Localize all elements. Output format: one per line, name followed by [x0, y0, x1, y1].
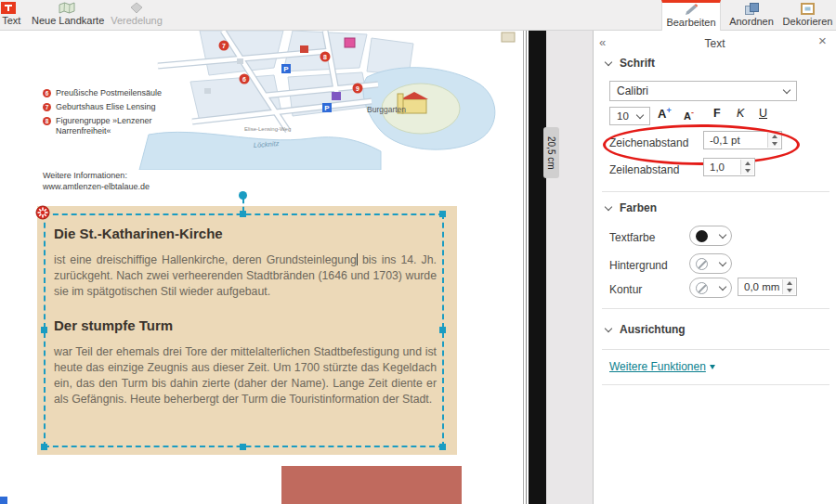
toolbar-item-label: Veredelung	[108, 15, 165, 26]
map-object[interactable]: P P 6 7 8 9 Burggarten Elise-Lensing-Weg…	[135, 31, 523, 170]
arrange-icon	[725, 3, 778, 15]
chevron-down-icon	[783, 85, 790, 93]
divider	[602, 384, 829, 385]
selection-handle-bottom-right[interactable]	[439, 444, 446, 450]
map-marker-number: 6	[242, 76, 246, 83]
selection-handle-top-right[interactable]	[439, 211, 446, 217]
no-fill-icon	[696, 258, 708, 270]
selection-handle-middle-left[interactable]	[41, 327, 47, 333]
tab-bearbeiten[interactable]: Bearbeiten	[661, 0, 721, 31]
selection-handle-middle-right[interactable]	[439, 327, 446, 333]
outline-color-swatch[interactable]	[689, 278, 732, 298]
legend-item: 6 Preußische Postmeilensäule	[43, 88, 178, 98]
legend-item-label: Figurengruppe »Lenzener Narrenfreiheit«	[56, 116, 178, 136]
line-spacing-label: Zeilenabstand	[609, 163, 679, 176]
outline-label: Kontur	[609, 283, 642, 296]
italic-button[interactable]: K	[737, 107, 744, 120]
ruler-height-label: 20,5 cm	[543, 127, 559, 178]
rotation-connector-line	[242, 199, 244, 212]
button-letter: A	[684, 110, 691, 122]
selection-handle-top-middle[interactable]	[240, 211, 246, 217]
panel-title: Text	[594, 37, 836, 50]
ruler-height-value: 20,5 cm	[546, 136, 556, 170]
font-size-value: 10	[617, 110, 629, 122]
outline-width-input[interactable]: 0,0 mm	[738, 278, 797, 296]
object-anchor-icon[interactable]	[35, 205, 50, 224]
edit-pencil-icon	[662, 4, 720, 16]
section-label: Farben	[620, 201, 657, 214]
background-label: Hintergrund	[609, 259, 668, 272]
section-label: Schrift	[620, 57, 655, 70]
annotation-ellipse	[603, 124, 800, 165]
legend-item-label: Geburtshaus Elise Lensing	[56, 102, 156, 112]
chevron-down-icon	[719, 230, 726, 238]
map-icon	[32, 2, 102, 14]
legend-info-url: www.amtlenzen-elbtalaue.de	[43, 181, 150, 192]
font-size-select[interactable]: 10	[609, 107, 650, 125]
tab-anordnen[interactable]: Anordnen	[725, 0, 778, 31]
decorate-frame-icon	[780, 3, 835, 15]
legend-marker-icon: 7	[43, 103, 51, 111]
close-icon[interactable]: ×	[818, 34, 827, 46]
tab-dekorieren[interactable]: Dekorieren	[780, 0, 835, 31]
map-legend[interactable]: 6 Preußische Postmeilensäule 7 Geburtsha…	[43, 88, 178, 140]
selection-handle-bottom-middle[interactable]	[240, 444, 246, 450]
text-color-label: Textfarbe	[609, 231, 655, 244]
app-window: r Text Neue Landkarte Veredelung Bearbei…	[0, 0, 836, 504]
background-color-swatch[interactable]	[689, 253, 732, 274]
tab-label: Bearbeiten	[662, 17, 720, 28]
section-ausrichtung[interactable]: Ausrichtung	[606, 323, 686, 336]
bold-button[interactable]: F	[713, 107, 721, 120]
parking-letter: P	[283, 65, 289, 73]
new-text-icon	[0, 2, 28, 14]
line-spacing-spinner[interactable]	[740, 160, 753, 174]
toolbar-item-new-text[interactable]: r Text	[0, 0, 28, 31]
map-marker-number: 8	[323, 54, 327, 60]
font-family-select[interactable]: Calibri	[609, 81, 797, 101]
map-label-burggarten: Burggarten	[367, 105, 406, 114]
font-family-value: Calibri	[617, 84, 648, 97]
page-edge-line	[526, 31, 527, 504]
chevron-down-icon	[719, 258, 726, 265]
toolbar-item-new-map[interactable]: Neue Landkarte	[32, 0, 102, 31]
outline-width-value: 0,0 mm	[744, 281, 779, 292]
spinner-down-icon[interactable]	[787, 289, 792, 292]
line-spacing-value: 1,0	[710, 162, 725, 173]
section-schrift[interactable]: Schrift	[606, 57, 655, 70]
selection-handle-bottom-left[interactable]	[41, 444, 47, 450]
chevron-icon	[605, 324, 612, 331]
toolbar-item-label: r Text	[0, 15, 28, 26]
plus-sign: +	[666, 106, 671, 115]
line-spacing-input[interactable]: 1,0	[703, 158, 755, 176]
parking-letter: P	[324, 104, 330, 112]
more-functions-label: Weitere Funktionen	[609, 360, 706, 373]
more-functions-link[interactable]: Weitere Funktionen	[609, 360, 715, 373]
underline-button[interactable]: U	[759, 107, 767, 120]
button-letter: A	[658, 107, 666, 121]
text-color-swatch[interactable]	[689, 226, 732, 246]
refine-icon	[108, 2, 165, 14]
map-marker-number: 9	[356, 85, 359, 92]
black-color-dot-icon	[696, 230, 708, 242]
font-increase-button[interactable]: A+	[658, 106, 672, 121]
font-decrease-button[interactable]: A-	[684, 108, 694, 122]
spinner-up-icon[interactable]	[745, 162, 751, 165]
legend-item: 7 Geburtshaus Elise Lensing	[43, 102, 178, 112]
spinner-down-icon[interactable]	[745, 169, 751, 173]
legend-marker-icon: 6	[43, 89, 51, 97]
toolbar-item-refine[interactable]: Veredelung	[108, 0, 165, 31]
legend-item-label: Preußische Postmeilensäule	[56, 88, 162, 98]
rotation-handle[interactable]	[239, 191, 247, 200]
chevron-down-icon	[636, 110, 644, 118]
terracotta-rectangle-object[interactable]	[281, 466, 462, 504]
divider	[602, 191, 829, 192]
legend-info-title: Weitere Informationen:	[43, 170, 150, 181]
spinner-up-icon[interactable]	[787, 281, 792, 285]
minus-sign: -	[691, 108, 694, 117]
section-farben[interactable]: Farben	[606, 201, 657, 214]
blue-corner-chip	[0, 497, 7, 504]
dropdown-arrow-icon	[710, 365, 715, 369]
outline-width-spinner[interactable]	[782, 279, 795, 294]
page-edge-line	[523, 31, 524, 504]
divider	[602, 308, 829, 309]
